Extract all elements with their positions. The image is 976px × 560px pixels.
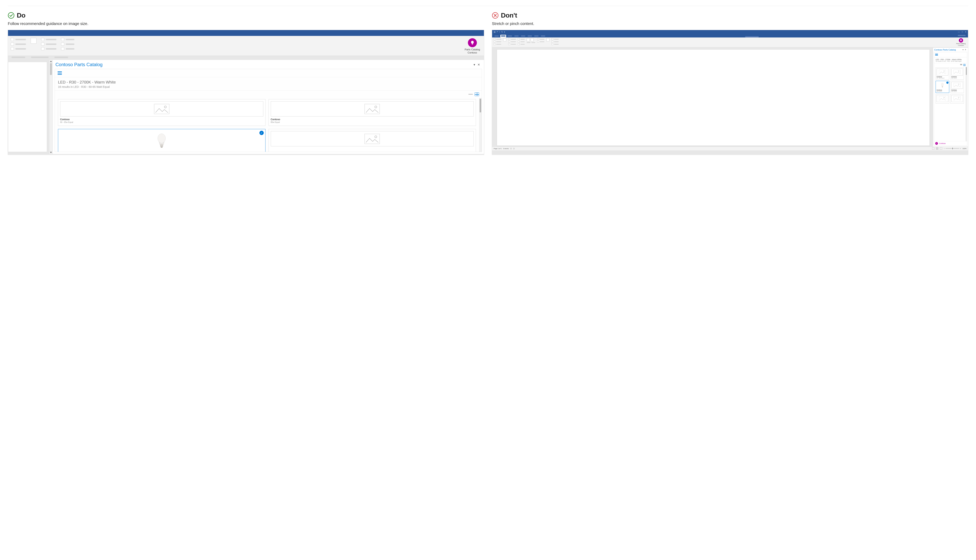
read-mode-icon[interactable] [932, 147, 934, 150]
ribbon-tab-active[interactable] [500, 35, 506, 37]
product-card[interactable]: ✓Contoso65w Equal [936, 81, 949, 93]
status-proofing-icon[interactable]: ☐ [510, 148, 512, 150]
list-view-icon[interactable] [960, 64, 962, 66]
task-pane-title: Contoso Parts Catalog [934, 48, 962, 51]
product-brand: Contoso [951, 89, 963, 91]
product-card[interactable]: Contoso85w Equal [269, 99, 476, 126]
ribbon-tab[interactable] [527, 35, 533, 37]
ribbon-checkbox[interactable] [11, 38, 14, 41]
product-card[interactable] [269, 129, 476, 152]
product-card[interactable]: Contoso85w Equal [951, 68, 964, 80]
ribbon-placeholder [46, 43, 57, 45]
grid-view-icon[interactable] [475, 92, 479, 96]
close-icon[interactable]: ✕ [964, 48, 967, 51]
document-page[interactable] [8, 62, 47, 152]
product-card[interactable]: Contoso60 - 65w Equal [936, 68, 949, 80]
quick-access-toolbar[interactable]: ▤ ↶ • ↻ ▾ [494, 31, 505, 33]
close-icon[interactable]: ✕ [965, 31, 966, 33]
pane-scrollbar[interactable] [966, 67, 967, 141]
status-accessibility-icon[interactable]: ☐ [513, 148, 515, 150]
svg-point-21 [944, 97, 944, 98]
addin-ribbon-button[interactable]: Parts CatalogContoso [464, 38, 481, 55]
addin-label-line2: Contoso [467, 51, 477, 54]
product-meta: 85w Equal [271, 121, 474, 123]
image-placeholder-icon [951, 95, 963, 102]
maximize-icon[interactable]: □ [962, 31, 963, 33]
svg-rect-8 [365, 134, 380, 144]
product-brand: Contoso [60, 118, 263, 121]
ribbon-checkbox[interactable] [11, 47, 14, 50]
do-column: Do Follow recommended guidance on image … [8, 12, 484, 155]
document-page[interactable] [497, 49, 930, 146]
ribbon-checkbox[interactable] [41, 47, 44, 50]
selected-check-icon: ✓ [259, 131, 264, 135]
pane-menu-icon[interactable]: ▾ [472, 62, 476, 67]
tell-me-box[interactable] [547, 36, 957, 37]
svg-point-0 [8, 12, 14, 18]
do-subtitle: Follow recommended guidance on image siz… [8, 22, 484, 26]
image-placeholder-icon [937, 68, 948, 75]
product-brand: Contoso [937, 76, 948, 77]
check-circle-icon [8, 12, 15, 19]
undo-icon[interactable]: ↶ [497, 31, 498, 33]
ribbon-tabs[interactable] [492, 33, 968, 37]
product-brand: Contoso [937, 89, 948, 91]
svg-point-23 [958, 97, 959, 98]
hamburger-icon[interactable] [58, 72, 62, 75]
ribbon-checkbox[interactable] [41, 38, 44, 41]
image-placeholder-icon [951, 82, 963, 89]
pane-scrollbar[interactable] [479, 98, 482, 152]
ribbon-checkbox[interactable] [11, 43, 14, 46]
image-placeholder-icon [951, 68, 963, 75]
share-button[interactable] [958, 35, 966, 36]
minimize-icon[interactable]: — [958, 31, 960, 33]
ribbon-placeholder [15, 39, 26, 40]
web-layout-icon[interactable] [940, 147, 942, 150]
save-icon[interactable]: ▤ [494, 31, 496, 33]
product-card[interactable]: Contoso60 - 65w Equal [58, 99, 265, 126]
product-grid: Contoso60 - 65w EqualContoso85w Equal✓ [55, 98, 479, 152]
close-icon[interactable]: ✕ [476, 62, 481, 67]
print-layout-icon[interactable] [936, 147, 938, 150]
ribbon-checkbox[interactable] [41, 43, 44, 46]
ribbon-tab[interactable] [507, 35, 513, 37]
list-view-icon[interactable] [469, 92, 473, 96]
product-card[interactable]: Contoso85w Equal [951, 81, 964, 93]
do-label: Do [17, 12, 25, 19]
addin-ribbon-button[interactable]: Parts CatalogContoso [956, 38, 966, 47]
ribbon-checkbox[interactable] [61, 47, 64, 50]
pane-menu-icon[interactable]: ▾ [962, 48, 964, 51]
breadcrumb-sub: 16 results in LED - R30 - 60-65 Watt Equ… [58, 85, 479, 88]
hamburger-icon[interactable] [934, 52, 967, 57]
product-card[interactable] [951, 94, 964, 103]
ribbon-checkbox[interactable] [31, 38, 37, 44]
do-heading: Do [8, 12, 484, 19]
ribbon-tab[interactable] [540, 35, 546, 37]
grid-view-icon[interactable] [963, 64, 966, 66]
ribbon-tab[interactable] [520, 35, 526, 37]
redo-icon[interactable]: ↻ [501, 31, 503, 33]
svg-point-9 [375, 136, 377, 138]
product-card[interactable]: ✓ [58, 129, 265, 152]
dont-subtitle: Stretch or pinch content. [492, 22, 968, 26]
ribbon-tab[interactable] [494, 35, 499, 37]
ribbon-checkbox[interactable] [61, 43, 64, 46]
svg-rect-13 [954, 70, 961, 74]
product-brand: Contoso [271, 118, 474, 121]
task-pane: Contoso Parts Catalog ▾ ✕ LED - R30 - 27… [933, 47, 968, 147]
image-placeholder-icon [937, 95, 948, 102]
zoom-slider[interactable]: −+ [944, 148, 961, 150]
ribbon-tab[interactable] [534, 35, 539, 37]
document-scrollbar[interactable] [49, 60, 52, 154]
ribbon-checkbox[interactable] [61, 38, 64, 41]
ribbon-tab[interactable] [514, 35, 519, 37]
do-screenshot: Parts CatalogContoso [8, 30, 484, 155]
svg-point-14 [958, 70, 959, 72]
svg-rect-7 [161, 147, 163, 148]
ribbon-placeholder [66, 39, 74, 40]
svg-point-4 [375, 106, 377, 108]
product-card[interactable] [936, 94, 949, 103]
persona-footer[interactable]: C Contoso [934, 141, 967, 145]
word-titlebar [8, 30, 484, 36]
document-area [492, 47, 932, 147]
